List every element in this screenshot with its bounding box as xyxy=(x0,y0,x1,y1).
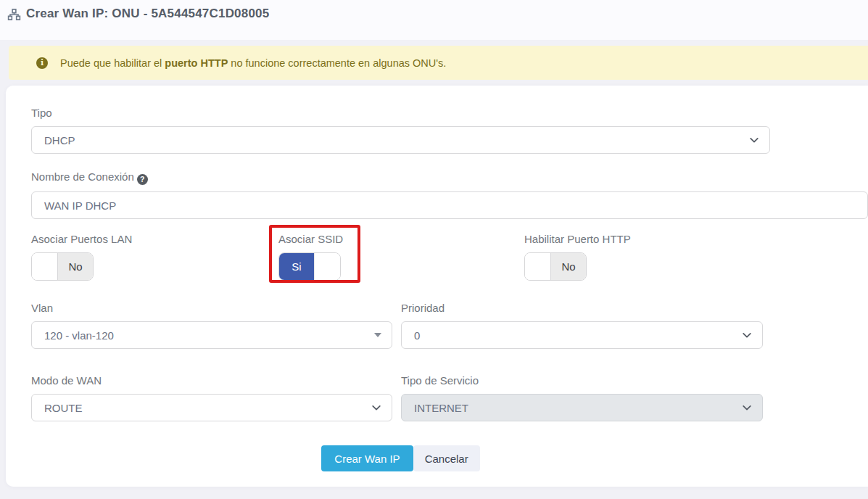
vlan-select-value: 120 - vlan-120 xyxy=(44,329,368,342)
tipo-servicio-select: INTERNET xyxy=(401,394,763,421)
modo-wan-label: Modo de WAN xyxy=(31,374,392,387)
question-circle-icon: ? xyxy=(137,174,148,185)
alert-banner: i Puede que habilitar el puerto HTTP no … xyxy=(9,46,868,80)
form-card: Tipo DHCP Nombre de Conexión? Asociar Pu… xyxy=(6,86,868,487)
toggle-handle xyxy=(525,253,551,280)
alert-text: Puede que habilitar el puerto HTTP no fu… xyxy=(60,57,446,69)
tipo-select[interactable]: DHCP xyxy=(31,126,770,154)
chevron-down-icon xyxy=(742,330,752,340)
tipo-label: Tipo xyxy=(31,106,868,120)
chevron-down-icon xyxy=(371,403,381,413)
crear-wan-ip-button[interactable]: Crear Wan IP xyxy=(321,445,413,471)
chevron-down-icon xyxy=(742,403,752,413)
toggle-handle xyxy=(314,253,340,280)
caret-down-icon xyxy=(374,333,381,337)
page-header: Crear Wan IP: ONU - 5A544547C1D08005 xyxy=(0,0,868,40)
cancelar-button[interactable]: Cancelar xyxy=(413,445,480,471)
habilitar-puerto-http-label: Habilitar Puerto HTTP xyxy=(524,232,770,246)
toggle-handle xyxy=(32,253,58,280)
page-title: Crear Wan IP: ONU - 5A544547C1D08005 xyxy=(26,7,269,21)
asociar-ssid-toggle[interactable]: Si xyxy=(278,252,341,281)
toggle-state-label: Si xyxy=(279,253,314,280)
prioridad-select-value: 0 xyxy=(414,329,736,342)
info-icon: i xyxy=(36,57,48,69)
nombre-conexion-label: Nombre de Conexión? xyxy=(31,170,868,185)
connection-name-input[interactable] xyxy=(31,191,868,219)
toggle-state-label: No xyxy=(58,253,93,280)
prioridad-label: Prioridad xyxy=(401,301,763,315)
asociar-ssid-label: Asociar SSID xyxy=(278,232,524,246)
asociar-puertos-lan-toggle[interactable]: No xyxy=(31,252,94,281)
modo-wan-select-value: ROUTE xyxy=(44,402,365,414)
chevron-down-icon xyxy=(749,135,759,145)
prioridad-select[interactable]: 0 xyxy=(401,321,763,349)
tipo-servicio-select-value: INTERNET xyxy=(414,402,736,414)
modo-wan-select[interactable]: ROUTE xyxy=(31,394,392,421)
sitemap-icon xyxy=(7,8,21,21)
tipo-servicio-label: Tipo de Servicio xyxy=(401,374,763,387)
toggle-state-label: No xyxy=(551,253,586,280)
vlan-label: Vlan xyxy=(31,301,392,315)
vlan-select[interactable]: 120 - vlan-120 xyxy=(31,321,392,349)
habilitar-puerto-http-toggle[interactable]: No xyxy=(524,252,587,281)
tipo-select-value: DHCP xyxy=(44,134,743,147)
asociar-puertos-lan-label: Asociar Puertos LAN xyxy=(31,232,278,246)
